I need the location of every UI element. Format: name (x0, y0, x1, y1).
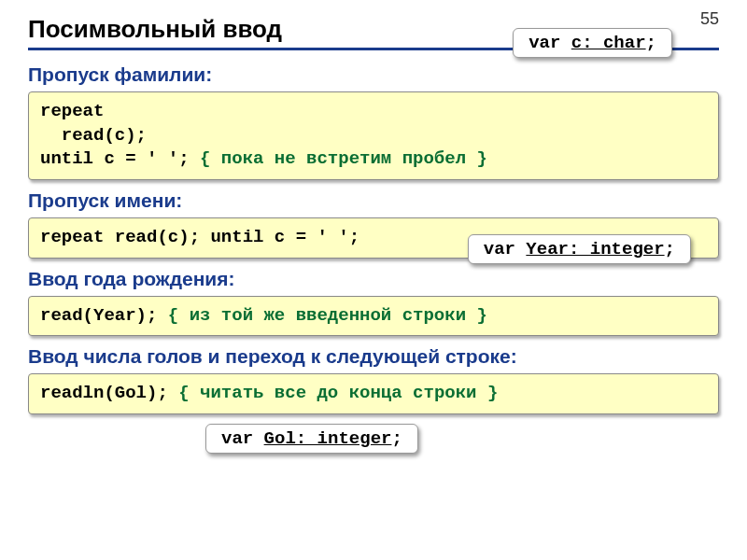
var-gol-decl: Gol: integer (264, 428, 392, 449)
section-gol: Ввод числа голов и переход к следующей с… (28, 345, 719, 414)
code-year: read(Year); { из той же введенной строки… (28, 296, 719, 337)
code-text: repeat read(c); until c = ' '; (40, 227, 359, 247)
heading-skip-name: Пропуск имени: (28, 189, 719, 212)
var-declaration-year: var Year: integer; (468, 234, 691, 264)
code-comment: { читать все до конца строки } (178, 383, 498, 403)
var-c-suffix: ; (646, 33, 656, 53)
code-skip-surname: repeat read(c); until c = ' '; { пока не… (28, 91, 719, 180)
heading-year: Ввод года рождения: (28, 268, 719, 290)
page-number: 55 (700, 9, 719, 29)
code-text: repeat read(c); until c = ' '; (40, 101, 200, 169)
var-c-decl: c: char (571, 33, 646, 53)
heading-skip-surname: Пропуск фамилии: (28, 63, 719, 86)
code-comment: { пока не встретим пробел } (200, 148, 487, 169)
var-declaration-gol: var Gol: integer; (205, 424, 418, 454)
var-keyword: var (484, 239, 527, 259)
code-gol: readln(Gol); { читать все до конца строк… (28, 373, 719, 414)
code-text: readln(Gol); (40, 383, 178, 403)
code-text: read(Year); (40, 305, 168, 326)
heading-gol: Ввод числа голов и переход к следующей с… (28, 345, 719, 368)
code-comment: { из той же введенной строки } (168, 305, 487, 326)
var-gol-suffix: ; (391, 428, 402, 449)
section-year: Ввод года рождения: var Year: integer; r… (28, 268, 719, 337)
var-keyword: var (221, 428, 264, 449)
var-year-suffix: ; (665, 239, 675, 259)
section-skip-surname: Пропуск фамилии: var c: char; repeat rea… (28, 63, 719, 180)
var-declaration-c: var c: char; (513, 28, 672, 58)
var-year-decl: Year: integer (526, 239, 664, 259)
var-keyword: var (529, 33, 571, 53)
